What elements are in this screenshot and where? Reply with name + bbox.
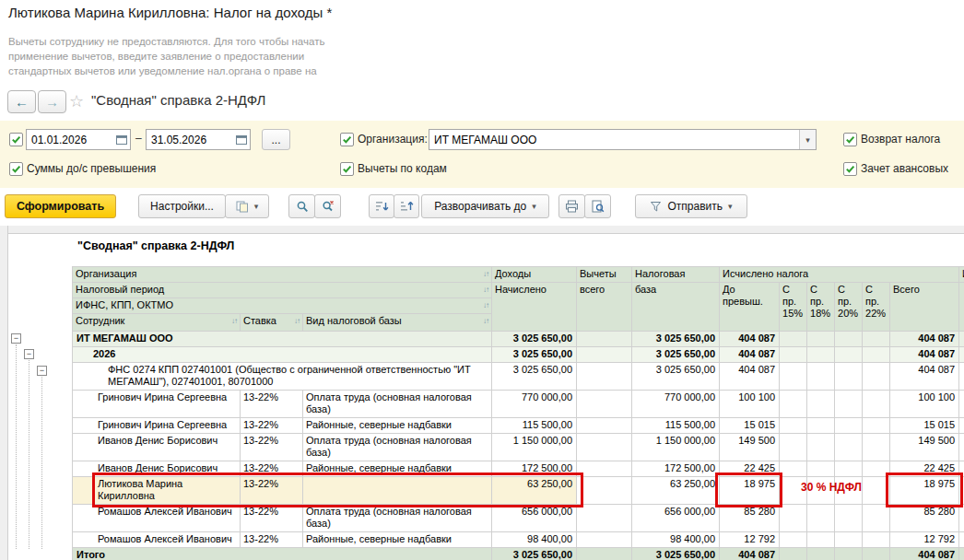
date-from-input[interactable]: 01.01.2026 xyxy=(26,129,131,150)
print-preview-button[interactable] xyxy=(584,194,611,218)
col-header-taxbase[interactable]: Налоговая xyxy=(632,267,720,283)
deduction-codes-label[interactable]: Вычеты по кодам xyxy=(358,162,447,175)
cell-empty[interactable] xyxy=(780,363,807,391)
organization-checkbox[interactable] xyxy=(340,133,354,146)
cell-base[interactable]: 3 025 650,00 xyxy=(632,363,720,391)
cell-empty[interactable] xyxy=(835,347,863,363)
report-row-employee[interactable]: Ромашов Алексей Иванович 13-22% Оплата т… xyxy=(73,505,964,532)
cell-total[interactable]: 404 087 xyxy=(890,548,959,560)
report-row-employee[interactable]: Гринович Ирина Сергеевна 13-22% Районные… xyxy=(73,418,964,434)
report-row-organization[interactable]: ИТ МЕГАМАШ ООО 3 025 650,00 3 025 650,00… xyxy=(73,332,964,347)
send-button[interactable]: Отправить ▾ xyxy=(635,194,747,218)
cell-total[interactable]: 12 792 xyxy=(890,532,959,548)
cell-rate[interactable]: 13-22% xyxy=(241,418,303,434)
cell-below[interactable]: 12 792 xyxy=(720,532,780,548)
cell-below[interactable]: 404 087 xyxy=(720,363,780,391)
cell-base[interactable]: 172 500,00 xyxy=(632,461,720,477)
search-button[interactable] xyxy=(288,194,315,218)
cell-income[interactable]: 770 000,00 xyxy=(492,391,577,418)
cell-group-name[interactable]: ФНС 0274 КПП 027401001 (Общество с огран… xyxy=(73,363,492,391)
cell-rate[interactable]: 13-22% xyxy=(241,532,303,548)
col-header-total[interactable]: Всего xyxy=(890,283,959,332)
cell-employee[interactable]: Гринович Ирина Сергеевна xyxy=(73,418,241,434)
cell-base[interactable]: 3 025 650,00 xyxy=(632,548,720,560)
cell-base-kind[interactable]: Оплата труда (основная налоговая база) xyxy=(303,505,492,532)
sums-label[interactable]: Суммы до/с превышения xyxy=(27,162,156,175)
cell-total[interactable]: 85 280 xyxy=(890,505,959,532)
cell-empty[interactable] xyxy=(807,418,835,434)
cell-base[interactable]: 3 025 650,00 xyxy=(632,347,720,363)
cell-rate[interactable]: 13-22% xyxy=(241,391,303,418)
cell-empty[interactable] xyxy=(577,548,632,560)
cell-empty[interactable] xyxy=(577,332,632,347)
cell-empty[interactable] xyxy=(577,532,632,548)
cell-total[interactable]: 404 087 xyxy=(890,332,959,347)
col-header-deductions[interactable]: Вычеты xyxy=(577,267,632,283)
cell-base[interactable]: 656 000,00 xyxy=(632,505,720,532)
cell-empty[interactable] xyxy=(577,363,632,391)
cell-empty[interactable] xyxy=(835,363,863,391)
col-header-over18[interactable]: С пр. 18% xyxy=(807,283,835,332)
cell-rate[interactable]: 13-22% xyxy=(241,505,303,532)
cell-base[interactable]: 63 250,00 xyxy=(632,477,720,505)
cell-empty[interactable] xyxy=(835,505,863,532)
cell-empty[interactable] xyxy=(807,505,835,532)
cell-rate[interactable]: 13-22% xyxy=(241,434,303,461)
cell-group-name[interactable]: 2026 xyxy=(73,347,492,363)
cell-empty[interactable] xyxy=(835,548,863,560)
forward-button[interactable]: → xyxy=(38,90,66,113)
cell-empty[interactable] xyxy=(863,505,890,532)
cell-empty[interactable] xyxy=(807,461,835,477)
cell-empty[interactable] xyxy=(780,391,807,418)
organization-combo[interactable]: ИТ МЕГАМАШ ООО ▾ xyxy=(429,129,817,150)
cell-empty[interactable] xyxy=(863,418,890,434)
cell-empty[interactable] xyxy=(577,418,632,434)
cell-empty[interactable] xyxy=(780,532,807,548)
col-header-period[interactable]: Налоговый период↓↑ xyxy=(73,283,492,298)
cell-income[interactable]: 115 500,00 xyxy=(492,418,577,434)
tax-refund-checkbox[interactable] xyxy=(843,133,857,146)
cell-empty[interactable] xyxy=(807,434,835,461)
cell-total[interactable]: 100 100 xyxy=(890,391,959,418)
col-header-below-limit[interactable]: До превыш. xyxy=(720,283,780,332)
collapse-toggle-level3[interactable]: − xyxy=(37,366,47,376)
col-header-income[interactable]: Доходы xyxy=(492,267,577,283)
col-header-deductions-total[interactable]: всего xyxy=(577,283,632,332)
cell-empty[interactable] xyxy=(780,548,807,560)
cell-below[interactable]: 404 087 xyxy=(720,332,780,347)
tax-refund-label[interactable]: Возврат налога xyxy=(861,133,940,146)
cell-total[interactable]: 404 087 xyxy=(890,347,959,363)
cell-base[interactable]: 115 500,00 xyxy=(632,418,720,434)
col-header-employee[interactable]: Сотрудник↓↑ xyxy=(73,314,241,332)
cell-empty[interactable] xyxy=(835,418,863,434)
cell-empty[interactable] xyxy=(835,332,863,347)
cell-empty[interactable] xyxy=(577,391,632,418)
col-header-organization[interactable]: Организация↓↑ xyxy=(73,267,492,283)
cell-employee[interactable]: Гринович Ирина Сергеевна xyxy=(73,391,241,418)
cell-below[interactable]: 85 280 xyxy=(720,505,780,532)
cell-income[interactable]: 3 025 650,00 xyxy=(492,363,577,391)
cell-base-kind[interactable]: Оплата труда (основная налоговая база) xyxy=(303,391,492,418)
favorite-star-icon[interactable]: ☆ xyxy=(69,91,84,111)
cell-below[interactable]: 15 015 xyxy=(720,418,780,434)
col-header-over20[interactable]: С пр. 20% xyxy=(835,283,863,332)
cell-empty[interactable] xyxy=(863,332,890,347)
cell-empty[interactable] xyxy=(863,347,890,363)
back-button[interactable]: ← xyxy=(7,90,36,113)
calendar-icon[interactable] xyxy=(232,130,250,149)
report-row-year[interactable]: 2026 3 025 650,00 3 025 650,00 404 087 4… xyxy=(73,347,964,363)
cell-empty[interactable] xyxy=(780,418,807,434)
cell-empty[interactable] xyxy=(780,332,807,347)
cell-base[interactable]: 3 025 650,00 xyxy=(632,332,720,347)
cell-empty[interactable] xyxy=(577,505,632,532)
cell-empty[interactable] xyxy=(807,347,835,363)
print-button[interactable] xyxy=(558,194,585,218)
col-header-rate[interactable]: Ставка↓↑ xyxy=(241,314,303,332)
col-header-calculated-tax[interactable]: Исчислено налога xyxy=(720,267,959,283)
cell-income[interactable]: 98 400,00 xyxy=(492,532,577,548)
report-row-total[interactable]: Итого 3 025 650,00 3 025 650,00 404 087 … xyxy=(73,548,964,560)
cell-empty[interactable] xyxy=(807,363,835,391)
cell-empty[interactable] xyxy=(807,532,835,548)
cell-empty[interactable] xyxy=(780,347,807,363)
cell-base-kind[interactable]: Районные, северные надбавки xyxy=(303,418,492,434)
